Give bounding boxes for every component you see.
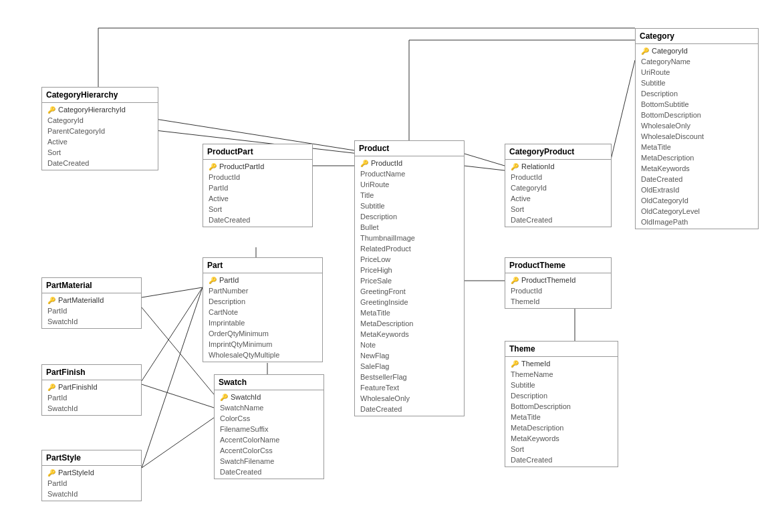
field-description: Description: [203, 296, 322, 307]
entity-header-categoryhierarchy: CategoryHierarchy: [42, 88, 158, 103]
key-icon: 🔑: [209, 277, 217, 284]
field-metatitle: MetaTitle: [355, 307, 464, 318]
field-datecreated: DateCreated: [505, 215, 611, 225]
field-datecreated: DateCreated: [636, 174, 758, 184]
entity-header-producttheme: ProductTheme: [505, 258, 611, 273]
field-uriroute: UriRoute: [355, 179, 464, 190]
field-datecreated: DateCreated: [42, 158, 158, 168]
field-sort: Sort: [42, 147, 158, 158]
entity-header-categoryproduct: CategoryProduct: [505, 144, 611, 160]
field-pricelow: PriceLow: [355, 254, 464, 265]
entity-partstyle: PartStyle 🔑 PartStyleId PartId SwatchId: [41, 450, 142, 501]
entity-fields-part[interactable]: 🔑 PartId PartNumber Description CartNote…: [203, 273, 322, 362]
field-uriroute: UriRoute: [636, 67, 758, 78]
svg-line-5: [142, 287, 203, 381]
field-partid: PartId: [42, 478, 141, 489]
field-productname: ProductName: [355, 168, 464, 179]
field-partfinishid: 🔑 PartFinishId: [42, 382, 141, 392]
field-swatchfilename: SwatchFilename: [215, 456, 323, 467]
field-oldimagepath: OldImagePath: [636, 217, 758, 227]
field-categoryid: 🔑 CategoryId: [636, 45, 758, 56]
field-swatchid: SwatchId: [42, 489, 141, 499]
svg-line-4: [142, 287, 203, 297]
entity-partfinish: PartFinish 🔑 PartFinishId PartId SwatchI…: [41, 364, 142, 416]
field-featuretext: FeatureText: [355, 382, 464, 393]
entity-fields-product: 🔑 ProductId ProductName UriRoute Title S…: [355, 156, 464, 416]
field-metadescription: MetaDescription: [355, 318, 464, 329]
field-subtitle: Subtitle: [355, 201, 464, 211]
field-metatitle: MetaTitle: [505, 412, 618, 422]
field-datecreated: DateCreated: [215, 467, 323, 477]
entity-fields-producttheme: 🔑 ProductThemeId ProductId ThemeId: [505, 273, 611, 308]
key-icon: 🔑: [511, 360, 519, 368]
entity-part: Part 🔑 PartId PartNumber Description Car…: [203, 257, 323, 362]
field-thumbnailimage: ThumbnailImage: [355, 233, 464, 243]
key-icon: 🔑: [511, 163, 519, 170]
key-icon: 🔑: [511, 277, 519, 284]
field-partid: PartId: [203, 182, 312, 193]
field-datecreated: DateCreated: [505, 454, 618, 465]
field-greetinginside: GreetingInside: [355, 297, 464, 307]
field-partnumber: PartNumber: [203, 285, 322, 296]
field-bestsellerflag: BestsellerFlag: [355, 372, 464, 382]
key-icon: 🔑: [47, 106, 55, 114]
field-partid: PartId: [42, 305, 141, 316]
entity-header-partfinish: PartFinish: [42, 365, 141, 380]
field-categoryhierarchyid: 🔑 CategoryHierarchyId: [42, 104, 158, 115]
entity-header-category: Category: [636, 29, 758, 44]
field-wholesalediscount: WholesaleDiscount: [636, 131, 758, 142]
field-themeid: ThemeId: [505, 296, 611, 307]
field-imprintable: Imprintable: [203, 317, 322, 328]
field-datecreated: DateCreated: [355, 404, 464, 414]
entity-fields-categoryproduct: 🔑 RelationId ProductId CategoryId Active…: [505, 160, 611, 227]
field-productid: ProductId: [505, 172, 611, 182]
field-wholesaleonly: WholesaleOnly: [355, 393, 464, 404]
entity-productpart: ProductPart 🔑 ProductPartId ProductId Pa…: [203, 144, 313, 227]
field-description: Description: [505, 390, 618, 401]
entity-fields-partstyle: 🔑 PartStyleId PartId SwatchId: [42, 466, 141, 501]
entity-fields-partmaterial: 🔑 PartMaterialId PartId SwatchId: [42, 293, 141, 328]
field-partid: 🔑 PartId: [203, 275, 322, 285]
field-swatchid: SwatchId: [42, 403, 141, 414]
entity-swatch: Swatch 🔑 SwatchId SwatchName ColorCss Fi…: [214, 374, 324, 479]
field-swatchid: SwatchId: [42, 316, 141, 327]
entity-header-part: Part: [203, 258, 322, 273]
field-oldcategoryid: OldCategoryId: [636, 195, 758, 206]
field-accentcolorname: AccentColorName: [215, 434, 323, 445]
field-active: Active: [42, 136, 158, 147]
field-wholesaleqtymultiple: WholesaleQtyMultiple: [203, 350, 322, 360]
key-icon: 🔑: [47, 384, 55, 391]
field-datecreated: DateCreated: [203, 215, 312, 225]
field-bottomsubtitle: BottomSubtitle: [636, 99, 758, 110]
field-categoryid: CategoryId: [42, 115, 158, 126]
diagram: CategoryHierarchy 🔑 CategoryHierarchyId …: [0, 0, 780, 532]
field-partmaterialid: 🔑 PartMaterialId: [42, 295, 141, 305]
field-greetingfront: GreetingFront: [355, 286, 464, 297]
field-parentcategoryid: ParentCategoryId: [42, 126, 158, 136]
key-icon: 🔑: [360, 160, 368, 167]
field-active: Active: [203, 193, 312, 204]
key-icon: 🔑: [47, 469, 55, 477]
field-productthemeid: 🔑 ProductThemeId: [505, 275, 611, 285]
svg-line-6: [142, 287, 203, 468]
field-metakeywords: MetaKeywords: [636, 163, 758, 174]
field-partid: PartId: [42, 392, 141, 403]
field-metakeywords: MetaKeywords: [505, 433, 618, 444]
entity-partmaterial: PartMaterial 🔑 PartMaterialId PartId Swa…: [41, 277, 142, 329]
field-pricehigh: PriceHigh: [355, 265, 464, 275]
entity-categoryproduct: CategoryProduct 🔑 RelationId ProductId C…: [505, 144, 612, 227]
field-metadescription: MetaDescription: [636, 152, 758, 163]
field-productpartid: 🔑 ProductPartId: [203, 161, 312, 172]
entity-fields-partfinish: 🔑 PartFinishId PartId SwatchId: [42, 380, 141, 415]
field-productid: 🔑 ProductId: [355, 158, 464, 168]
entity-producttheme: ProductTheme 🔑 ProductThemeId ProductId …: [505, 257, 612, 309]
field-subtitle: Subtitle: [505, 380, 618, 390]
key-icon: 🔑: [641, 47, 649, 55]
field-description: Description: [636, 88, 758, 99]
key-icon: 🔑: [209, 163, 217, 170]
field-bottomdescription: BottomDescription: [505, 401, 618, 412]
field-bottomdescription: BottomDescription: [636, 110, 758, 120]
field-filenamesuffix: FilenameSuffix: [215, 424, 323, 434]
entity-categoryhierarchy: CategoryHierarchy 🔑 CategoryHierarchyId …: [41, 87, 158, 170]
field-note: Note: [355, 340, 464, 350]
